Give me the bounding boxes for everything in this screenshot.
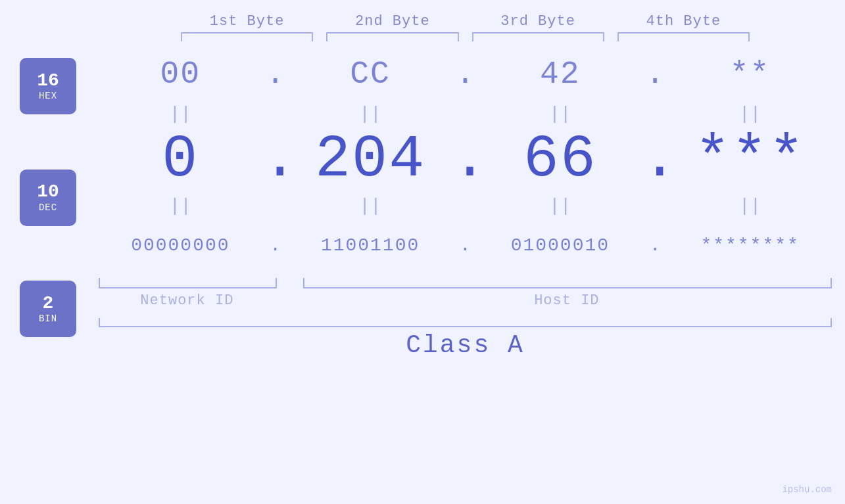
dec-byte2: 204 (289, 126, 452, 193)
header-row: 1st Byte 2nd Byte 3rd Byte 4th Byte (0, 13, 845, 30)
hex-row: 00 . CC . 42 . ** (99, 48, 832, 101)
bottom-brackets-wrapper: Network ID Host ID (99, 278, 832, 309)
byte1-top-bracket (181, 32, 313, 41)
equals-row-1: || || || || (99, 101, 832, 127)
bin-badge: 2 BIN (20, 281, 76, 337)
class-outer-bracket (99, 318, 832, 327)
watermark: ipshu.com (782, 484, 832, 495)
network-id-label: Network ID (99, 292, 276, 309)
badges-col: 16 HEX 10 DEC 2 BIN (20, 48, 99, 337)
hex-byte2: CC (289, 57, 452, 92)
byte4-top-bracket (617, 32, 750, 41)
network-id-bracket (99, 278, 277, 288)
dec-dot3: . (642, 126, 668, 193)
byte1-header: 1st Byte (174, 13, 320, 30)
host-id-bracket (303, 278, 832, 288)
byte2-top-bracket (326, 32, 458, 41)
bottom-labels: Network ID Host ID (99, 292, 832, 309)
class-label: Class A (99, 331, 832, 359)
byte4-header: 4th Byte (611, 13, 756, 30)
byte2-header: 2nd Byte (320, 13, 465, 30)
equals-row-2: || || || || (99, 193, 832, 219)
dec-dot2: . (452, 126, 479, 193)
byte3-header: 3rd Byte (466, 13, 611, 30)
hex-dot3: . (642, 57, 668, 92)
bin-dot2: . (452, 235, 479, 256)
class-section: Class A (99, 318, 832, 359)
bottom-brackets (99, 278, 832, 288)
bin-row: 00000000 . 11001100 . 01000010 . (99, 219, 832, 271)
bin-byte3: 01000010 (479, 235, 642, 256)
rows-area: 00 . CC . 42 . ** (99, 48, 832, 359)
dec-dot1: . (262, 126, 289, 193)
hex-dot1: . (262, 57, 289, 92)
main-container: 1st Byte 2nd Byte 3rd Byte 4th Byte (0, 0, 845, 504)
dec-byte4: *** (668, 126, 832, 193)
top-brackets-row (0, 32, 845, 41)
bin-byte1: 00000000 (99, 235, 262, 256)
hex-dot2: . (452, 57, 479, 92)
byte3-top-bracket (472, 32, 604, 41)
bin-dot1: . (262, 235, 289, 256)
dec-byte3: 66 (479, 126, 642, 193)
host-id-label: Host ID (302, 292, 832, 309)
bin-dot3: . (642, 235, 668, 256)
main-grid: 16 HEX 10 DEC 2 BIN 00 . (0, 48, 845, 504)
hex-byte1: 00 (99, 57, 262, 92)
bin-byte2: 11001100 (289, 235, 452, 256)
hex-byte4: ** (668, 57, 832, 92)
hex-badge: 16 HEX (20, 58, 76, 114)
dec-badge: 10 DEC (20, 170, 76, 226)
bin-byte4: ******** (668, 235, 832, 256)
hex-byte3: 42 (479, 57, 642, 92)
dec-byte1: 0 (99, 126, 262, 193)
dec-row: 0 . 204 . 66 . *** (99, 127, 832, 193)
